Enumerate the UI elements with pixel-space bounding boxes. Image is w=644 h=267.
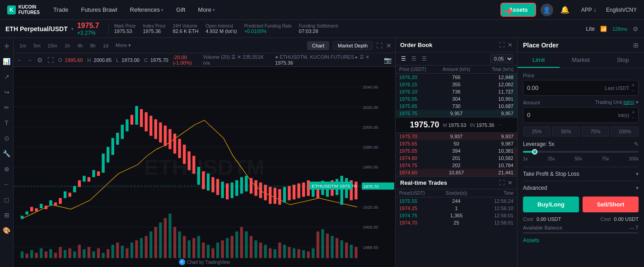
logo[interactable]: K KUCOINFUTURES [7,5,40,15]
svg-text:ETHUSDTM 1975.70: ETHUSDTM 1975.70 [312,183,357,188]
tf-15m[interactable]: 15m [46,42,60,49]
po-tp-sl-section[interactable]: Take Profit & Stop Loss ▾ [523,167,639,181]
svg-rect-12 [35,253,38,258]
ob-sell-row[interactable]: 1976.05 304 10,991 [396,95,517,103]
ohlc-display: O 1995.60 H 2000.85 L 1973.00 C 1975.70 … [58,55,195,66]
po-amount-minus[interactable]: - [632,115,635,120]
ob-buy-row[interactable]: 1974.80 201 10,582 [396,155,517,162]
assets-button[interactable]: Assets [501,4,535,16]
chart-body[interactable]: ETHUSDTM ETHUSDTM, KUCOIN FUTURES Perpet… [14,67,395,267]
tf-1d[interactable]: 1d [101,42,111,49]
po-tab-market[interactable]: Market [560,53,602,68]
close-rt-btn[interactable]: ✕ [508,179,513,186]
expand-chart-btn[interactable]: ⛶ [376,42,383,49]
svg-rect-29 [116,243,119,258]
po-amount-plus[interactable]: + [632,110,635,115]
po-assets-link[interactable]: Assets [523,237,639,244]
crosshair-tool[interactable]: ✛ [2,42,11,51]
ob-buy-row[interactable]: 1975.70 9,937 9,937 [396,133,517,140]
close-ob-btn[interactable]: ✕ [508,42,513,48]
settings-icon[interactable]: ⚙ [633,25,639,33]
svg-rect-163 [216,179,219,195]
language-selector[interactable]: English/CNY [606,7,637,13]
color-tool[interactable]: 🎨 [2,226,11,235]
ob-filter-sell[interactable]: ☰ [410,55,418,63]
nav-futures-brawl[interactable]: Futures Brawl [76,0,121,20]
undo-btn[interactable]: ← [17,57,23,63]
svg-text:2040.00: 2040.00 [363,85,378,90]
candle-type-tool[interactable]: 📊 [2,57,11,66]
ob-sell-row[interactable]: 1976.15 355 12,082 [396,81,517,88]
ob-buy-row[interactable]: 1974.60 10,657 21,441 [396,169,517,176]
ob-sell-row[interactable]: 1975.75 9,957 9,957 [396,110,517,117]
lite-button[interactable]: Lite [586,26,595,32]
po-amount-unit-link[interactable]: lot(s) [623,99,634,105]
ob-filter-buy[interactable]: ☰ [420,55,429,63]
svg-rect-42 [178,231,181,258]
ob-mark-price: M 1975.53 [443,122,466,128]
back-tool[interactable]: ← [2,180,11,189]
expand-rt-btn[interactable]: ⛶ [499,179,505,186]
screenshot-btn[interactable]: 📷 [384,56,392,64]
depth-view-btn[interactable]: Market Depth [333,41,373,50]
po-price-plus[interactable]: + [632,83,635,88]
redo-btn[interactable]: → [27,57,33,63]
po-price-input[interactable] [527,84,605,91]
svg-rect-171 [235,180,238,196]
po-layout-icon[interactable]: ⊞ [633,42,639,49]
magnet-tool[interactable]: ⊕ [2,164,11,173]
tf-4h[interactable]: 4h [75,42,85,49]
nav-gift[interactable]: Gift [172,0,190,20]
tf-more[interactable]: More ▾ [113,42,133,49]
chart-view-btn[interactable]: Chart [307,41,329,50]
zoom-region-tool[interactable]: ⊞ [2,211,11,220]
pen-tool[interactable]: ✏ [2,103,11,112]
po-tab-stop[interactable]: Stop [602,53,644,68]
po-advanced-section[interactable]: Advanced ▾ [523,181,639,195]
app-download[interactable]: APP ↓ [577,0,601,20]
ob-buy-row[interactable]: 1974.75 202 10,784 [396,162,517,169]
measure-tool[interactable]: ⊙ [2,134,11,143]
nav-trade[interactable]: Trade [49,0,73,20]
ob-sell-row[interactable]: 1976.20 766 12,848 [396,74,517,81]
tf-1h[interactable]: 1h [62,42,72,49]
po-amount-input[interactable] [527,112,618,118]
text-tool[interactable]: T [2,118,11,127]
fullscreen-btn[interactable]: ⛶ [47,56,54,64]
svg-rect-44 [188,240,191,258]
pair-selector[interactable]: ETH Perpetual/USDT ▾ [5,25,74,33]
po-leverage-edit-btn[interactable]: ✎ [634,141,639,147]
tf-8h[interactable]: 8h [88,42,98,49]
po-pct-50[interactable]: 50% [552,126,580,136]
po-pct-75[interactable]: 75% [582,126,609,136]
arrow-tool[interactable]: ↪ [2,88,11,97]
nav-more[interactable]: More ▾ [193,0,219,20]
svg-rect-97 [59,198,61,204]
ob-sell-row[interactable]: 1976.10 736 11,727 [396,88,517,95]
tf-1m[interactable]: 1m [17,42,28,49]
svg-text:1925.00: 1925.00 [363,205,378,210]
close-chart-btn[interactable]: ✕ [386,42,392,49]
expand-ob-btn[interactable]: ⛶ [499,42,505,48]
po-price-minus[interactable]: - [632,88,635,93]
ob-buy-row[interactable]: 1975.05 394 10,381 [396,147,517,155]
nav-references[interactable]: References ▾ [126,0,168,20]
svg-rect-119 [112,138,114,155]
trendline-tool[interactable]: ↗ [2,72,11,81]
po-buy-long-button[interactable]: Buy/Long [523,197,579,212]
avatar[interactable]: 👤 [541,4,553,16]
tf-5m[interactable]: 5m [31,42,42,49]
ob-buy-row[interactable]: 1975.65 50 9,987 [396,140,517,147]
po-sell-short-button[interactable]: Sell/Short [583,197,639,212]
po-tab-limit[interactable]: Limit [518,53,560,68]
po-pct-100[interactable]: 100% [611,126,639,136]
eraser-tool[interactable]: ◻ [2,195,11,204]
po-pct-25[interactable]: 25% [523,126,551,136]
ob-filter-all[interactable]: ☰ [399,55,408,63]
ob-sell-row[interactable]: 1975.85 730 10,687 [396,103,517,110]
settings-chart-btn[interactable]: ⚙ [37,56,43,64]
po-leverage-slider[interactable] [523,151,639,153]
bell-icon[interactable]: 🔔 [559,0,571,20]
ob-size-selector[interactable]: 0.05 0.10 0.50 1.00 [490,54,513,63]
zoom-in-tool[interactable]: 🔧 [2,149,11,158]
